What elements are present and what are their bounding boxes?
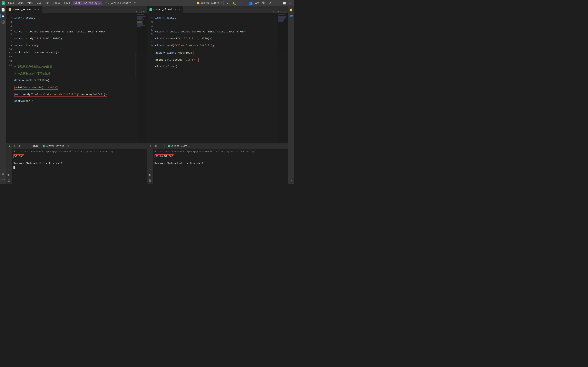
line-numbers-right: 12345 6789 <box>147 13 154 143</box>
warn-count-right-1: ⚠1 <box>276 10 279 13</box>
svg-point-4 <box>2 21 4 23</box>
file-icon <box>9 8 11 11</box>
terminal-cmd-left: E:\useless_py\venv\Scripts\python.exe E:… <box>13 150 145 154</box>
tab-scoket-server[interactable]: scoket_server.py ✕ <box>6 6 42 13</box>
close-button[interactable]: ✕ <box>288 1 292 6</box>
collab-icon[interactable]: 👥 <box>248 1 253 6</box>
terminal-actions-left: ⋮ — <box>136 144 145 148</box>
terminal-icon-client <box>168 145 170 147</box>
code-editor-left[interactable]: 12345 678910 11121314 import socket serv… <box>6 13 147 143</box>
terminal-more-btn-right[interactable]: ⋮ <box>277 144 281 148</box>
editor-more-right[interactable]: ⋯ <box>267 9 271 13</box>
collab-right-icon[interactable]: 👥 <box>288 13 294 19</box>
maximize-button[interactable]: ⬜ <box>282 1 287 6</box>
filter-btn-right[interactable]: 🔍 <box>148 173 152 177</box>
menu-view[interactable]: View <box>26 1 35 5</box>
notification-icon[interactable]: 🔔 <box>288 7 294 13</box>
scroll-up-btn-left[interactable]: ↑ <box>7 150 11 154</box>
editor-split-button[interactable]: ⋯ <box>130 9 134 13</box>
wrap-btn-left[interactable]: ⤵ <box>7 168 11 172</box>
translate-icon[interactable]: A文 <box>255 1 260 6</box>
terminal-cursor-left <box>13 166 15 169</box>
code-content-left[interactable]: import socket server = socket.socket(soc… <box>13 13 136 143</box>
clear-btn-right[interactable]: 🗑 <box>148 178 152 183</box>
terminal-vertical-toolbar-right: ↑ ↓ ⤵ 🔍 🗑 <box>147 149 153 184</box>
terminal-more-left[interactable]: ⋮ <box>22 144 26 148</box>
scrollbar-thumb-left[interactable] <box>136 52 136 78</box>
error-count-right: ⊗1 <box>273 10 276 13</box>
terminal-rerun-btn[interactable]: ▶ <box>8 144 12 148</box>
scroll-down-btn-left[interactable]: ↓ <box>7 155 11 160</box>
terminal-pane-left: ▶ ↻ ⏹ ⋮ Run scoket_server ✕ ⋮ <box>6 143 147 184</box>
wilson-highlight: Wilson <box>13 154 24 158</box>
terminal-more-btn-left[interactable]: ⋮ <box>136 144 140 148</box>
svg-rect-1 <box>2 16 4 16</box>
terminal-restart-btn[interactable]: ↻ <box>13 144 17 148</box>
terminal-tab-bar-left: ▶ ↻ ⏹ ⋮ Run scoket_server ✕ ⋮ <box>6 143 147 149</box>
menu-bar: File Edit View Git Run Tools Help <box>7 1 71 5</box>
clear-btn-left[interactable]: 🗑 <box>7 178 11 183</box>
client-tab-close[interactable]: ✕ <box>193 144 194 148</box>
terminal-area: ▶ ↻ ⏹ ⋮ Run scoket_server ✕ ⋮ <box>6 143 288 184</box>
line-numbers-left: 12345 678910 11121314 <box>6 13 13 143</box>
activity-explorer[interactable]: 📄 <box>0 7 6 13</box>
terminal-minimize-right[interactable]: — <box>282 144 286 148</box>
project-selector[interactable]: UP UP useless_py ▾ <box>73 1 102 5</box>
terminal-actions-right: ⋮ — <box>277 144 286 148</box>
terminal-output-right: E:\useless_py\venv\Scripts\python.exe E:… <box>153 149 288 184</box>
menu-edit[interactable]: Edit <box>16 1 25 5</box>
more-options-button[interactable]: ⋮ <box>238 1 243 6</box>
activity-more[interactable]: ••• <box>0 177 6 183</box>
terminal-body-right: ↑ ↓ ⤵ 🔍 🗑 E:\useless_py\venv\Scripts\pyt… <box>147 149 288 184</box>
server-tab-close[interactable]: ✕ <box>67 144 69 148</box>
terminal-stop-btn-right[interactable]: ⏹ <box>154 144 158 148</box>
wrap-btn-right[interactable]: ⤵ <box>148 168 152 172</box>
tab-bar-left: scoket_server.py ✕ ⋯ ⊗1 ⚠1 ∧∨ <box>6 6 147 13</box>
minimize-button[interactable]: — <box>276 1 281 6</box>
filter-btn-left[interactable]: 🔍 <box>7 173 11 177</box>
activity-settings[interactable]: ⚙ <box>0 171 6 177</box>
terminal-minimize-left[interactable]: — <box>141 144 145 148</box>
menu-help[interactable]: Help <box>62 1 72 5</box>
terminal-tab-bar-right: ↻ ⏹ ⋮ scoket_client ✕ ⋮ — <box>147 143 288 149</box>
menu-run[interactable]: Run <box>43 1 51 5</box>
warn-count-left: ⚠1 <box>139 10 142 13</box>
titlebar: ◆ File Edit View Git Run Tools Help UP U… <box>0 0 294 6</box>
debug-button[interactable]: 🐛 <box>232 1 237 6</box>
version-control-selector[interactable]: ⑂ ⑂ Version control ∨ <box>104 1 137 5</box>
tab-close-server[interactable]: ✕ <box>38 8 39 11</box>
terminal-stop-btn[interactable]: ⏹ <box>17 144 22 148</box>
editor-pane-left: scoket_server.py ✕ ⋯ ⊗1 ⚠1 ∧∨ <box>6 6 147 143</box>
tab-close-client[interactable]: ✕ <box>179 8 180 11</box>
search-icon[interactable]: 🔍 <box>261 1 266 6</box>
activity-bar: 📄 ⚙ ••• <box>0 6 6 184</box>
code-content-right[interactable]: import socket client = socket.socket(soc… <box>154 13 277 143</box>
terminal-more-right-v[interactable]: ⋮ <box>159 144 163 148</box>
terminal-tab-client[interactable]: scoket_client ✕ <box>168 144 194 148</box>
terminal-rerun-btn-right[interactable]: ↻ <box>149 144 153 148</box>
main-layout: 📄 ⚙ ••• scoket_server.py ✕ <box>0 6 294 184</box>
terminal-pane-right: ↻ ⏹ ⋮ scoket_client ✕ ⋮ — <box>147 143 288 184</box>
terminal-exit-left: Process finished with exit code 0 <box>13 158 145 166</box>
run-label: Run <box>32 145 39 148</box>
terminal-output-left: E:\useless_py\venv\Scripts\python.exe E:… <box>12 149 147 184</box>
minimap-left <box>136 13 147 143</box>
activity-search[interactable] <box>0 13 6 19</box>
activity-git[interactable] <box>0 19 6 25</box>
settings-icon[interactable]: ⚙ <box>268 1 273 6</box>
editor-actions-left: ⋯ <box>128 9 136 13</box>
code-editor-right[interactable]: 12345 6789 import socket client = socket… <box>147 13 288 143</box>
tab-scoket-client[interactable]: scoket_client.py ✕ <box>147 6 183 13</box>
menu-git[interactable]: Git <box>35 1 43 5</box>
terminal-exit-right: Process finished with exit code 0 <box>154 158 286 166</box>
run-button[interactable]: ▶ <box>225 1 230 6</box>
run-config-selector[interactable]: 🟡 scoket_client ∨ <box>195 1 223 5</box>
editor-pane-right: scoket_client.py ✕ ⋯ ⊗1 ⚠1 ⚠1 ∧∨ <box>147 6 288 143</box>
scroll-down-btn-right[interactable]: ↓ <box>148 155 152 160</box>
menu-tools[interactable]: Tools <box>51 1 62 5</box>
terminal-tab-server[interactable]: scoket_server ✕ <box>43 144 69 148</box>
file-icon-right <box>149 8 152 11</box>
scroll-up-btn-right[interactable]: ↑ <box>148 150 152 154</box>
shield-icon[interactable]: 🛡 <box>288 177 294 183</box>
menu-file[interactable]: File <box>7 1 16 5</box>
